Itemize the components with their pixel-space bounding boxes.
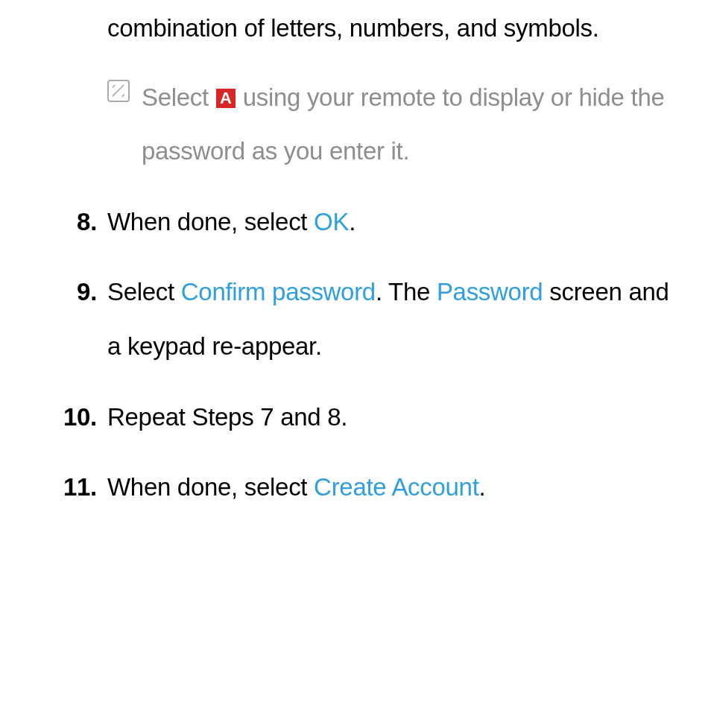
step-number: 11. [57, 460, 97, 515]
confirm-password-link: Confirm password [181, 278, 376, 306]
step-10: 10. Repeat Steps 7 and 8. [0, 390, 711, 445]
text-part: . [349, 208, 356, 235]
create-account-link: Create Account [314, 473, 478, 501]
text-part: Repeat Steps 7 and 8. [107, 403, 347, 431]
document-content: combination of letters, numbers, and sym… [0, 0, 711, 515]
password-link: Password [437, 278, 543, 306]
step-number: 10. [57, 390, 97, 445]
step-text: When done, select OK. [107, 208, 356, 235]
step-text: When done, select Create Account. [107, 473, 485, 501]
step-number: 9. [57, 265, 97, 320]
step-9: 9. Select Confirm password. The Password… [0, 265, 711, 373]
continuation-text: combination of letters, numbers, and sym… [107, 14, 599, 42]
step-text: Repeat Steps 7 and 8. [107, 403, 347, 431]
note-block: Select A using your remote to display or… [0, 71, 711, 179]
text-part: When done, select [107, 473, 314, 501]
continuation-paragraph: combination of letters, numbers, and sym… [0, 1, 711, 56]
text-part: When done, select [107, 208, 314, 235]
step-text: Select Confirm password. The Password sc… [107, 278, 669, 360]
a-button-icon: A [216, 89, 236, 108]
note-text: Select A using your remote to display or… [107, 71, 681, 179]
step-11: 11. When done, select Create Account. [0, 460, 711, 515]
note-icon [107, 80, 130, 102]
text-part: . The [376, 278, 437, 306]
text-part: Select [107, 278, 181, 306]
step-8: 8. When done, select OK. [0, 195, 711, 250]
ok-link: OK [314, 208, 349, 235]
step-number: 8. [57, 195, 97, 250]
text-part: . [479, 473, 486, 501]
note-prefix: Select [142, 83, 215, 111]
